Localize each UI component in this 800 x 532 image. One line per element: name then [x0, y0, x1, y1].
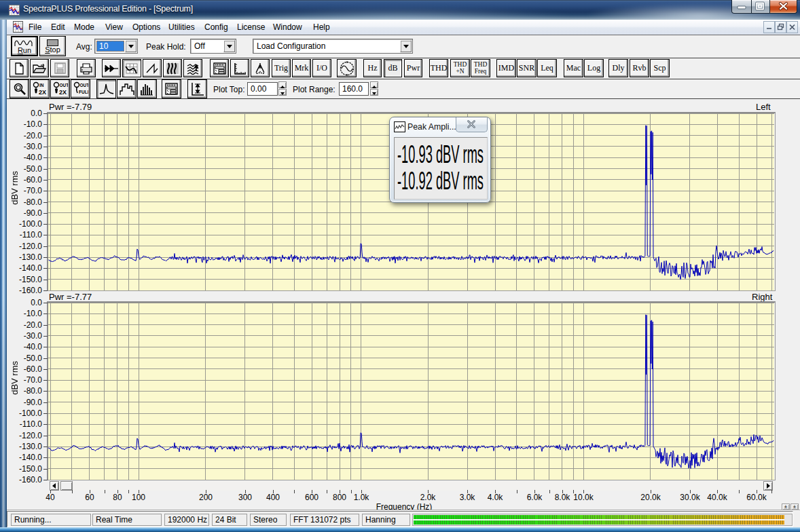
svg-text:OUT: OUT [79, 83, 88, 88]
svg-text:OUT: OUT [59, 83, 68, 88]
svg-text:-10.93 dBV rms: -10.93 dBV rms [397, 140, 484, 168]
svg-text:2X: 2X [39, 89, 46, 96]
svg-text:-10.92 dBV rms: -10.92 dBV rms [397, 167, 484, 195]
svg-text:FULL: FULL [79, 90, 88, 94]
svg-text:IN: IN [39, 83, 44, 88]
svg-text:2X: 2X [59, 89, 67, 96]
